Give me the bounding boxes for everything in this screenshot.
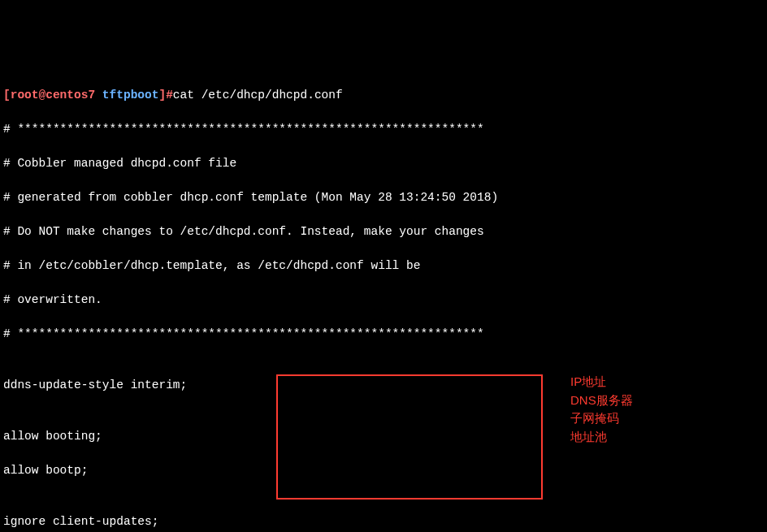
annotation-subnet: 子网掩码 bbox=[570, 409, 633, 428]
command-text: cat /etc/dhcp/dhcpd.conf bbox=[173, 89, 343, 102]
prompt-line: [root@centos7 tftpboot]#cat /etc/dhcp/dh… bbox=[3, 87, 764, 104]
prompt-userhost: root@centos7 bbox=[11, 89, 95, 102]
prompt-close: ]# bbox=[158, 89, 172, 102]
output-line: ignore client-updates; bbox=[3, 513, 764, 530]
output-line: # Do NOT make changes to /etc/dhcpd.conf… bbox=[3, 223, 764, 240]
prompt-space bbox=[95, 89, 102, 102]
output-line: # **************************************… bbox=[3, 121, 764, 138]
output-line: # Cobbler managed dhcpd.conf file bbox=[3, 155, 764, 172]
annotation-dns: DNS服务器 bbox=[570, 391, 633, 410]
output-line: allow bootp; bbox=[3, 462, 764, 479]
annotation-ip: IP地址 bbox=[570, 373, 633, 391]
prompt-open: [ bbox=[3, 89, 11, 102]
output-line: # generated from cobbler dhcp.conf templ… bbox=[3, 189, 764, 206]
prompt-cwd: tftpboot bbox=[102, 89, 159, 102]
output-line: allow booting; bbox=[3, 428, 764, 445]
terminal-output: [root@centos7 tftpboot]#cat /etc/dhcp/dh… bbox=[3, 70, 764, 532]
output-line: # **************************************… bbox=[3, 326, 764, 343]
output-line: ddns-update-style interim; bbox=[3, 377, 764, 394]
annotation-pool: 地址池 bbox=[570, 428, 633, 447]
output-line: # in /etc/cobbler/dhcp.template, as /etc… bbox=[3, 257, 764, 275]
annotation-block: IP地址 DNS服务器 子网掩码 地址池 bbox=[570, 373, 633, 446]
output-line: # overwritten. bbox=[3, 292, 764, 309]
